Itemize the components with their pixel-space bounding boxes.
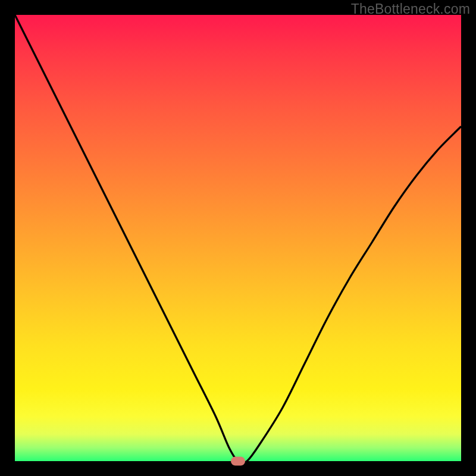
chart-frame: TheBottleneck.com [0,0,476,476]
watermark-text: TheBottleneck.com [351,1,470,17]
curve-path [15,15,461,463]
bottleneck-curve [15,15,461,461]
chart-plot-area [15,15,461,461]
optimal-marker [231,457,245,466]
